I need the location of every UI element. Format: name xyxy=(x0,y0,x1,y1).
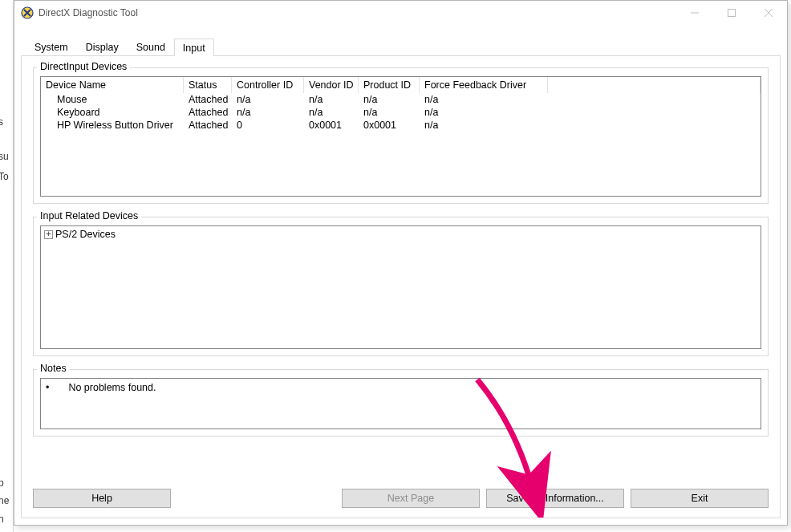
table-row[interactable]: HP Wireless Button Driver Attached 0 0x0… xyxy=(41,119,761,132)
window-controls xyxy=(676,1,787,25)
tab-system[interactable]: System xyxy=(26,38,77,56)
listview-header: Device Name Status Controller ID Vendor … xyxy=(41,77,761,93)
tab-input[interactable]: Input xyxy=(174,39,214,56)
tree-node-label: PS/2 Devices xyxy=(55,229,116,240)
groupbox-legend: DirectInput Devices xyxy=(37,61,130,72)
col-ff-driver[interactable]: Force Feedback Driver xyxy=(420,77,548,93)
window-title: DirectX Diagnostic Tool xyxy=(39,7,138,18)
directinput-listview[interactable]: Device Name Status Controller ID Vendor … xyxy=(40,76,761,197)
obscured-left-window: s su To p ne n xyxy=(0,0,14,532)
notes-text: No problems found. xyxy=(49,382,156,393)
tree-node-ps2[interactable]: + PS/2 Devices xyxy=(44,229,757,240)
minimize-button[interactable] xyxy=(676,1,713,25)
button-row: Help Next Page Save All Information... E… xyxy=(33,489,769,508)
maximize-button[interactable] xyxy=(713,1,750,25)
dxdiag-window: DirectX Diagnostic Tool System Display S… xyxy=(14,0,788,526)
col-device-name[interactable]: Device Name xyxy=(41,77,184,93)
col-product-id[interactable]: Product ID xyxy=(359,77,420,93)
groupbox-related: Input Related Devices + PS/2 Devices xyxy=(33,217,769,356)
client-area: System Display Sound Input DirectInput D… xyxy=(21,37,781,518)
table-row[interactable]: Mouse Attached n/a n/a n/a n/a xyxy=(41,93,761,106)
groupbox-directinput: DirectInput Devices Device Name Status C… xyxy=(33,67,769,204)
next-page-button: Next Page xyxy=(342,489,480,508)
save-all-information-button[interactable]: Save All Information... xyxy=(486,489,624,508)
tree-expand-icon[interactable]: + xyxy=(44,230,53,239)
titlebar: DirectX Diagnostic Tool xyxy=(14,1,787,25)
table-row[interactable]: Keyboard Attached n/a n/a n/a n/a xyxy=(41,106,761,119)
tab-page-input: DirectInput Devices Device Name Status C… xyxy=(21,55,781,518)
help-button[interactable]: Help xyxy=(33,489,171,508)
app-icon xyxy=(21,6,34,19)
related-treeview[interactable]: + PS/2 Devices xyxy=(40,225,761,349)
tab-sound[interactable]: Sound xyxy=(128,38,174,56)
groupbox-notes: Notes •No problems found. xyxy=(33,369,769,437)
notes-view: •No problems found. xyxy=(40,378,761,429)
groupbox-legend: Notes xyxy=(37,363,70,374)
notes-bullet: •No problems found. xyxy=(46,382,756,393)
svg-rect-2 xyxy=(728,10,736,17)
col-controller-id[interactable]: Controller ID xyxy=(232,77,304,93)
tab-strip: System Display Sound Input xyxy=(26,37,781,56)
col-status[interactable]: Status xyxy=(184,77,232,93)
close-button[interactable] xyxy=(750,1,787,25)
col-vendor-id[interactable]: Vendor ID xyxy=(304,77,359,93)
tab-display[interactable]: Display xyxy=(77,38,128,56)
groupbox-legend: Input Related Devices xyxy=(37,210,141,221)
exit-button[interactable]: Exit xyxy=(631,489,769,508)
